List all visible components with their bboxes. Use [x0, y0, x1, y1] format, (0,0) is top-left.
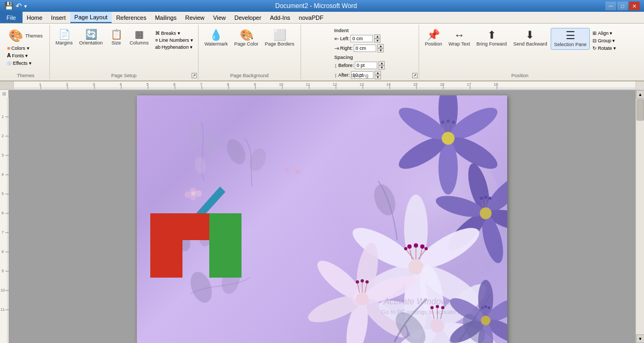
svg-point-82 — [291, 166, 296, 170]
spacing-before-spinner[interactable]: ▲ ▼ — [378, 61, 385, 70]
align-button[interactable]: ⊞ Align ▾ — [591, 30, 618, 36]
menu-view[interactable]: View — [209, 12, 230, 23]
page-borders-button[interactable]: ⬜ Page Borders — [262, 28, 297, 49]
t-logo-svg — [145, 213, 241, 299]
line-numbers-button[interactable]: ≡ Line Numbers ▾ — [153, 37, 195, 43]
svg-point-133 — [356, 293, 369, 305]
page-color-button[interactable]: 🎨▾ Page Color — [232, 28, 261, 49]
svg-text:7: 7 — [2, 230, 4, 234]
bring-forward-button[interactable]: ⬆ Bring Forward — [474, 28, 510, 49]
spacing-before-down[interactable]: ▼ — [378, 65, 385, 70]
indent-left-input[interactable] — [350, 35, 373, 42]
svg-text:2: 2 — [2, 134, 4, 138]
horizontal-ruler: 1 2 3 4 5 6 7 8 9 10 11 — [14, 81, 635, 90]
page-setup-expand[interactable]: ↗ — [192, 73, 197, 78]
svg-text:9: 9 — [254, 83, 256, 86]
position-button[interactable]: 📌 Position — [422, 28, 445, 49]
menu-references[interactable]: References — [112, 12, 150, 23]
svg-text:9: 9 — [2, 269, 4, 273]
maximize-button[interactable]: □ — [617, 2, 628, 10]
vertical-scrollbar[interactable]: ▲ ▼ — [635, 90, 644, 343]
svg-point-90 — [442, 132, 455, 145]
svg-point-103 — [480, 207, 492, 219]
themes-button[interactable]: 🎨 Themes — [5, 28, 46, 44]
svg-text:16: 16 — [440, 83, 444, 86]
breaks-button[interactable]: ⌘ Breaks ▾ — [153, 30, 195, 36]
vertical-ruler: ⊞ 1 2 3 4 5 6 7 8 9 — [0, 90, 9, 343]
ruler-svg: 1 2 3 4 5 6 7 8 9 10 11 — [14, 81, 635, 90]
margins-icon: 📄 — [58, 29, 70, 39]
svg-point-96 — [452, 121, 455, 124]
svg-text:1: 1 — [2, 115, 4, 118]
menu-insert[interactable]: Insert — [47, 12, 70, 23]
minimize-button[interactable]: ─ — [605, 2, 616, 10]
indent-left-spinner[interactable]: ▲ ▼ — [374, 34, 380, 43]
menu-page-layout[interactable]: Page Layout — [70, 12, 112, 23]
svg-point-137 — [361, 279, 364, 282]
send-backward-button[interactable]: ⬇ Send Backward — [510, 28, 550, 49]
page-bg-label: Page Background — [230, 73, 269, 78]
svg-text:3: 3 — [2, 153, 4, 157]
indent-right-up[interactable]: ▲ — [377, 44, 384, 48]
svg-point-124 — [404, 247, 407, 250]
scroll-up-button[interactable]: ▲ — [636, 90, 644, 99]
indent-left-row: ⇤ Left: ▲ ▼ — [334, 34, 384, 43]
spacing-after-label: After: — [338, 72, 350, 78]
file-menu[interactable]: File — [0, 12, 23, 23]
ruler-scroll-corner — [635, 81, 644, 90]
columns-button[interactable]: ▦ Columns — [127, 28, 152, 48]
hyphenation-button[interactable]: ab Hyphenation ▾ — [153, 44, 195, 50]
menu-novapdf[interactable]: novaPDF — [295, 12, 328, 23]
svg-text:18: 18 — [494, 83, 498, 86]
watermark-button[interactable]: 💧 Watermark — [202, 28, 231, 49]
spacing-after-up[interactable]: ▲ — [375, 71, 381, 75]
spacing-before-input[interactable] — [355, 62, 377, 69]
svg-text:8: 8 — [2, 250, 4, 253]
svg-point-126 — [425, 247, 428, 250]
svg-text:17: 17 — [467, 83, 471, 86]
orientation-icon: 🔄 — [85, 29, 97, 39]
rotate-button[interactable]: ↻ Rotate ▾ — [591, 45, 618, 51]
fonts-button[interactable]: A Fonts ▾ — [5, 52, 33, 59]
wrap-text-button[interactable]: ↔ Wrap Text — [446, 28, 473, 49]
menu-review[interactable]: Review — [181, 12, 209, 23]
spacing-before-label: Before: — [338, 63, 354, 68]
indent-left-up[interactable]: ▲ — [374, 34, 380, 39]
indent-right-down[interactable]: ▼ — [377, 48, 384, 53]
close-button[interactable]: ✕ — [629, 2, 640, 10]
svg-text:8: 8 — [227, 83, 229, 86]
page-setup-label: Page Setup — [111, 73, 136, 78]
selection-pane-button[interactable]: ☰ Selection Pane — [551, 28, 590, 50]
group-button[interactable]: ⊟ Group ▾ — [591, 38, 618, 44]
scroll-thumb[interactable] — [636, 99, 644, 121]
orientation-button[interactable]: 🔄 Orientation — [77, 28, 106, 48]
window-controls[interactable]: ─ □ ✕ — [605, 2, 640, 10]
colors-button[interactable]: ■ Colors ▾ — [5, 44, 33, 51]
effects-button[interactable]: ◎ Effects ▾ — [5, 59, 33, 66]
indent-right-spinner[interactable]: ▲ ▼ — [377, 44, 384, 53]
size-button[interactable]: 📋 Size — [107, 28, 126, 48]
indent-right-input[interactable] — [354, 44, 376, 52]
menu-home[interactable]: Home — [23, 12, 47, 23]
indent-left-icon: ⇤ — [334, 35, 339, 42]
main-area: ⊞ 1 2 3 4 5 6 7 8 9 — [0, 90, 644, 343]
page-setup-sub: ⌘ Breaks ▾ ≡ Line Numbers ▾ ab Hyphenati… — [153, 30, 195, 50]
spacing-after-spinner[interactable]: ▲ ▼ — [375, 71, 381, 79]
menu-addins[interactable]: Add-Ins — [266, 12, 295, 23]
indent-left-down[interactable]: ▼ — [374, 39, 380, 43]
svg-text:Go to PC settings to activate : Go to PC settings to activate windows — [381, 309, 480, 315]
page-background-group: 💧 Watermark 🎨▾ Page Color ⬜ Page Borders… — [199, 25, 301, 79]
page-color-icon: 🎨▾ — [240, 29, 253, 40]
spacing-before-up[interactable]: ▲ — [378, 61, 385, 65]
spacing-after-down[interactable]: ▼ — [375, 75, 381, 79]
svg-point-146 — [430, 319, 444, 333]
svg-text:Activate Windows: Activate Windows — [383, 297, 451, 306]
svg-text:3: 3 — [93, 83, 95, 86]
svg-point-165 — [488, 307, 491, 309]
paragraph-expand[interactable]: ↗ — [412, 73, 418, 78]
menu-mailings[interactable]: Mailings — [151, 12, 181, 23]
margins-button[interactable]: 📄 Margins — [53, 28, 76, 48]
menu-developer[interactable]: Developer — [230, 12, 266, 23]
svg-text:6: 6 — [173, 83, 175, 86]
scroll-down-button[interactable]: ▼ — [636, 334, 644, 343]
